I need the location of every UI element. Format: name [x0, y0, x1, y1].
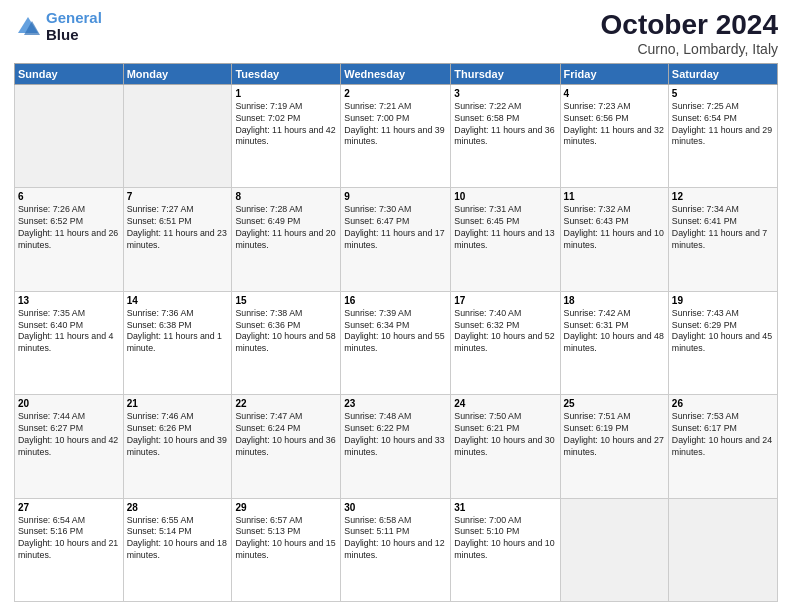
calendar-cell: 6Sunrise: 7:26 AM Sunset: 6:52 PM Daylig… — [15, 188, 124, 291]
day-info: Sunrise: 6:57 AM Sunset: 5:13 PM Dayligh… — [235, 515, 337, 563]
calendar-cell: 31Sunrise: 7:00 AM Sunset: 5:10 PM Dayli… — [451, 498, 560, 601]
day-info: Sunrise: 7:47 AM Sunset: 6:24 PM Dayligh… — [235, 411, 337, 459]
calendar-week-2: 13Sunrise: 7:35 AM Sunset: 6:40 PM Dayli… — [15, 291, 778, 394]
col-saturday: Saturday — [668, 63, 777, 84]
calendar-cell: 23Sunrise: 7:48 AM Sunset: 6:22 PM Dayli… — [341, 395, 451, 498]
calendar-cell: 24Sunrise: 7:50 AM Sunset: 6:21 PM Dayli… — [451, 395, 560, 498]
calendar-cell: 8Sunrise: 7:28 AM Sunset: 6:49 PM Daylig… — [232, 188, 341, 291]
day-info: Sunrise: 7:35 AM Sunset: 6:40 PM Dayligh… — [18, 308, 120, 356]
calendar-cell: 3Sunrise: 7:22 AM Sunset: 6:58 PM Daylig… — [451, 84, 560, 187]
col-monday: Monday — [123, 63, 232, 84]
calendar-cell: 11Sunrise: 7:32 AM Sunset: 6:43 PM Dayli… — [560, 188, 668, 291]
calendar-cell: 18Sunrise: 7:42 AM Sunset: 6:31 PM Dayli… — [560, 291, 668, 394]
calendar-cell — [15, 84, 124, 187]
col-wednesday: Wednesday — [341, 63, 451, 84]
day-info: Sunrise: 7:26 AM Sunset: 6:52 PM Dayligh… — [18, 204, 120, 252]
calendar-cell: 30Sunrise: 6:58 AM Sunset: 5:11 PM Dayli… — [341, 498, 451, 601]
day-number: 28 — [127, 502, 229, 513]
day-info: Sunrise: 7:31 AM Sunset: 6:45 PM Dayligh… — [454, 204, 556, 252]
day-info: Sunrise: 7:36 AM Sunset: 6:38 PM Dayligh… — [127, 308, 229, 356]
day-number: 11 — [564, 191, 665, 202]
day-number: 29 — [235, 502, 337, 513]
day-info: Sunrise: 7:32 AM Sunset: 6:43 PM Dayligh… — [564, 204, 665, 252]
day-number: 18 — [564, 295, 665, 306]
day-info: Sunrise: 7:39 AM Sunset: 6:34 PM Dayligh… — [344, 308, 447, 356]
day-info: Sunrise: 6:58 AM Sunset: 5:11 PM Dayligh… — [344, 515, 447, 563]
calendar-cell: 13Sunrise: 7:35 AM Sunset: 6:40 PM Dayli… — [15, 291, 124, 394]
col-friday: Friday — [560, 63, 668, 84]
day-number: 22 — [235, 398, 337, 409]
day-info: Sunrise: 7:53 AM Sunset: 6:17 PM Dayligh… — [672, 411, 774, 459]
day-info: Sunrise: 7:34 AM Sunset: 6:41 PM Dayligh… — [672, 204, 774, 252]
calendar-cell: 25Sunrise: 7:51 AM Sunset: 6:19 PM Dayli… — [560, 395, 668, 498]
day-number: 25 — [564, 398, 665, 409]
day-number: 3 — [454, 88, 556, 99]
day-number: 31 — [454, 502, 556, 513]
calendar-cell: 15Sunrise: 7:38 AM Sunset: 6:36 PM Dayli… — [232, 291, 341, 394]
day-info: Sunrise: 7:42 AM Sunset: 6:31 PM Dayligh… — [564, 308, 665, 356]
day-number: 12 — [672, 191, 774, 202]
calendar-cell — [123, 84, 232, 187]
day-number: 8 — [235, 191, 337, 202]
day-number: 5 — [672, 88, 774, 99]
header-row: Sunday Monday Tuesday Wednesday Thursday… — [15, 63, 778, 84]
day-number: 26 — [672, 398, 774, 409]
day-info: Sunrise: 7:19 AM Sunset: 7:02 PM Dayligh… — [235, 101, 337, 149]
calendar-cell: 29Sunrise: 6:57 AM Sunset: 5:13 PM Dayli… — [232, 498, 341, 601]
logo-icon — [14, 13, 42, 41]
day-info: Sunrise: 7:46 AM Sunset: 6:26 PM Dayligh… — [127, 411, 229, 459]
day-info: Sunrise: 7:51 AM Sunset: 6:19 PM Dayligh… — [564, 411, 665, 459]
location-subtitle: Curno, Lombardy, Italy — [601, 41, 778, 57]
day-number: 14 — [127, 295, 229, 306]
calendar-cell: 20Sunrise: 7:44 AM Sunset: 6:27 PM Dayli… — [15, 395, 124, 498]
calendar-cell: 26Sunrise: 7:53 AM Sunset: 6:17 PM Dayli… — [668, 395, 777, 498]
day-info: Sunrise: 7:48 AM Sunset: 6:22 PM Dayligh… — [344, 411, 447, 459]
calendar-cell: 9Sunrise: 7:30 AM Sunset: 6:47 PM Daylig… — [341, 188, 451, 291]
month-title: October 2024 — [601, 10, 778, 41]
calendar-cell: 22Sunrise: 7:47 AM Sunset: 6:24 PM Dayli… — [232, 395, 341, 498]
day-number: 10 — [454, 191, 556, 202]
calendar-cell — [668, 498, 777, 601]
day-info: Sunrise: 7:44 AM Sunset: 6:27 PM Dayligh… — [18, 411, 120, 459]
col-thursday: Thursday — [451, 63, 560, 84]
calendar-cell: 14Sunrise: 7:36 AM Sunset: 6:38 PM Dayli… — [123, 291, 232, 394]
day-info: Sunrise: 7:22 AM Sunset: 6:58 PM Dayligh… — [454, 101, 556, 149]
header: General Blue October 2024 Curno, Lombard… — [14, 10, 778, 57]
day-number: 20 — [18, 398, 120, 409]
day-number: 7 — [127, 191, 229, 202]
day-info: Sunrise: 7:21 AM Sunset: 7:00 PM Dayligh… — [344, 101, 447, 149]
calendar-table: Sunday Monday Tuesday Wednesday Thursday… — [14, 63, 778, 602]
calendar-cell: 7Sunrise: 7:27 AM Sunset: 6:51 PM Daylig… — [123, 188, 232, 291]
calendar-week-4: 27Sunrise: 6:54 AM Sunset: 5:16 PM Dayli… — [15, 498, 778, 601]
calendar-cell: 17Sunrise: 7:40 AM Sunset: 6:32 PM Dayli… — [451, 291, 560, 394]
day-info: Sunrise: 7:38 AM Sunset: 6:36 PM Dayligh… — [235, 308, 337, 356]
day-info: Sunrise: 7:27 AM Sunset: 6:51 PM Dayligh… — [127, 204, 229, 252]
calendar-cell: 1Sunrise: 7:19 AM Sunset: 7:02 PM Daylig… — [232, 84, 341, 187]
day-info: Sunrise: 6:54 AM Sunset: 5:16 PM Dayligh… — [18, 515, 120, 563]
calendar-cell: 27Sunrise: 6:54 AM Sunset: 5:16 PM Dayli… — [15, 498, 124, 601]
day-info: Sunrise: 7:40 AM Sunset: 6:32 PM Dayligh… — [454, 308, 556, 356]
day-info: Sunrise: 7:00 AM Sunset: 5:10 PM Dayligh… — [454, 515, 556, 563]
day-number: 13 — [18, 295, 120, 306]
calendar-cell: 5Sunrise: 7:25 AM Sunset: 6:54 PM Daylig… — [668, 84, 777, 187]
day-number: 16 — [344, 295, 447, 306]
day-info: Sunrise: 7:23 AM Sunset: 6:56 PM Dayligh… — [564, 101, 665, 149]
calendar-cell: 4Sunrise: 7:23 AM Sunset: 6:56 PM Daylig… — [560, 84, 668, 187]
calendar-cell: 19Sunrise: 7:43 AM Sunset: 6:29 PM Dayli… — [668, 291, 777, 394]
logo-text: General Blue — [46, 10, 102, 43]
calendar-cell — [560, 498, 668, 601]
calendar-cell: 12Sunrise: 7:34 AM Sunset: 6:41 PM Dayli… — [668, 188, 777, 291]
day-number: 6 — [18, 191, 120, 202]
day-number: 1 — [235, 88, 337, 99]
day-number: 4 — [564, 88, 665, 99]
day-info: Sunrise: 7:25 AM Sunset: 6:54 PM Dayligh… — [672, 101, 774, 149]
day-number: 24 — [454, 398, 556, 409]
title-area: October 2024 Curno, Lombardy, Italy — [601, 10, 778, 57]
col-tuesday: Tuesday — [232, 63, 341, 84]
day-number: 27 — [18, 502, 120, 513]
day-number: 17 — [454, 295, 556, 306]
day-info: Sunrise: 7:50 AM Sunset: 6:21 PM Dayligh… — [454, 411, 556, 459]
calendar-week-3: 20Sunrise: 7:44 AM Sunset: 6:27 PM Dayli… — [15, 395, 778, 498]
calendar-cell: 16Sunrise: 7:39 AM Sunset: 6:34 PM Dayli… — [341, 291, 451, 394]
day-number: 2 — [344, 88, 447, 99]
